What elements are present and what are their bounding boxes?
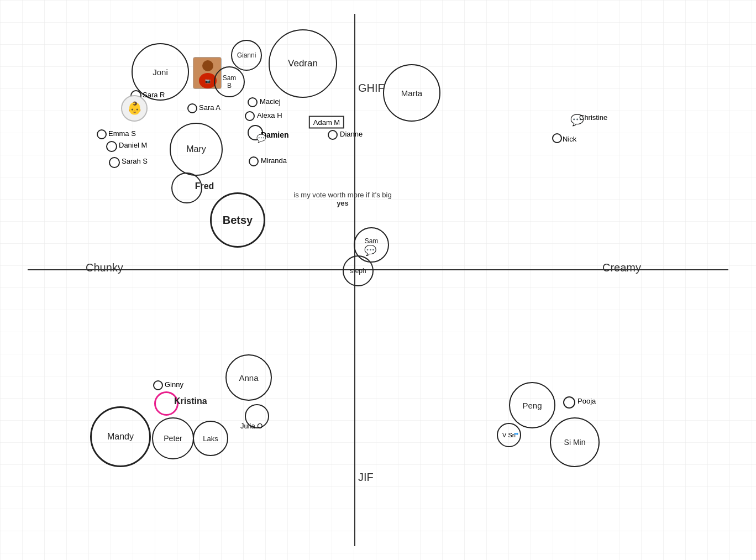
label-maciej: Maciej <box>260 97 281 106</box>
dot-sarah-s[interactable] <box>109 157 120 168</box>
bubble-peter[interactable]: Peter <box>152 417 194 459</box>
annotation-box: is my vote worth more if it's big yes <box>287 191 398 207</box>
label-kristina: Kristina <box>174 396 207 406</box>
label-sara-a: Sara A <box>199 103 221 112</box>
label-alexa-h: Alexa H <box>257 111 282 119</box>
dot-baby: 👶 <box>121 95 148 122</box>
bubble-label-mandy: Mandy <box>107 432 134 442</box>
bubble-label-laks: Laks <box>203 435 218 443</box>
bubble-label-mary: Mary <box>186 144 206 154</box>
label-daniel-m: Daniel M <box>119 141 147 149</box>
label-miranda: Miranda <box>261 156 287 165</box>
bubble-label-peng: Peng <box>522 401 542 410</box>
highlight-adam-m[interactable]: Adam M <box>309 116 344 129</box>
label-ginny: Ginny <box>165 380 183 389</box>
x-axis-right-label: Creamy <box>602 261 641 274</box>
bubble-label-anna: Anna <box>239 373 258 383</box>
bubble-label-peter: Peter <box>164 434 182 443</box>
label-emma-s: Emma S <box>108 129 136 138</box>
bubble-label-joni: Joni <box>153 67 168 77</box>
chat-icon-sam-m: 💬 <box>364 244 376 257</box>
svg-text:📷: 📷 <box>205 78 211 83</box>
label-nick: Nick <box>563 135 576 143</box>
bubble-anna[interactable]: Anna <box>225 354 272 401</box>
label-pooja: Pooja <box>578 397 596 405</box>
dot-nick[interactable] <box>552 133 562 143</box>
dot-alexa-h[interactable] <box>245 111 255 121</box>
dot-emma-s[interactable] <box>97 129 107 139</box>
bubble-gianni[interactable]: Gianni <box>231 40 262 71</box>
bubble-label-marta: Marta <box>401 88 422 98</box>
arrow-icon-v-sri: ➡ <box>514 431 518 437</box>
x-axis-left-label: Chunky <box>86 261 123 274</box>
bubble-label-sam-b: SamB <box>223 74 237 90</box>
y-axis-bottom-label: JIF <box>358 471 374 484</box>
bubble-sam-b[interactable]: SamB <box>214 66 245 97</box>
bubble-si-min[interactable]: Si Min <box>550 417 600 467</box>
dot-daniel-m[interactable] <box>106 141 117 152</box>
dot-sara-a[interactable] <box>187 103 197 113</box>
svg-point-2 <box>202 60 213 71</box>
bubble-label-vedran: Vedran <box>288 58 318 69</box>
annotation-answer: yes <box>287 199 398 207</box>
dot-miranda[interactable] <box>249 156 259 166</box>
label-sara-r: Sara R <box>143 91 165 99</box>
bubble-peng[interactable]: Peng <box>509 382 555 428</box>
bubble-laks[interactable]: Laks <box>193 421 228 456</box>
dot-ginny[interactable] <box>153 380 163 390</box>
bubble-label-steph: steph <box>350 267 366 275</box>
bubble-marta[interactable]: Marta <box>383 64 440 122</box>
label-sarah-s: Sarah S <box>122 157 148 165</box>
chat-icon-damien: 💬 <box>256 134 266 143</box>
annotation-question: is my vote worth more if it's big <box>287 191 398 199</box>
bubble-mary[interactable]: Mary <box>170 123 223 176</box>
bubble-label-gianni: Gianni <box>237 51 256 59</box>
scatter-chart: Chunky Creamy GHIF JIF is my vote worth … <box>0 0 756 560</box>
bubble-label-fred: Fred <box>195 181 214 191</box>
label-dianne: Dianne <box>340 130 363 138</box>
bubble-mandy[interactable]: Mandy <box>90 406 151 467</box>
bubble-betsy[interactable]: Betsy <box>210 192 265 248</box>
dot-pooja[interactable] <box>563 396 575 409</box>
dot-maciej[interactable] <box>248 97 258 107</box>
bubble-vedran[interactable]: Vedran <box>269 29 337 98</box>
bubble-label-si-min: Si Min <box>564 438 586 447</box>
label-adam-m: Adam M <box>313 118 340 127</box>
label-christine: Christine <box>579 113 607 122</box>
y-axis-top-label: GHIF <box>358 82 385 95</box>
bubble-label-julia-o: Julia O <box>240 422 262 430</box>
dot-dianne[interactable] <box>328 130 338 140</box>
bubble-label-betsy: Betsy <box>223 214 253 227</box>
